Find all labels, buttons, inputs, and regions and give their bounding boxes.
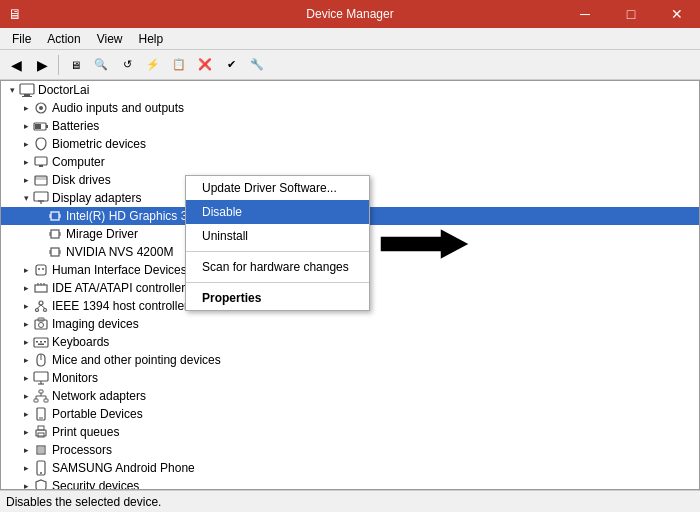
svg-rect-25 [51, 248, 59, 256]
keyboard-icon [33, 334, 49, 350]
svg-rect-30 [36, 265, 46, 275]
tree-item-label: Mice and other pointing devices [52, 353, 221, 367]
svg-rect-9 [39, 165, 43, 167]
toolbar-forward[interactable]: ▶ [30, 53, 54, 77]
toolbar-btn6[interactable]: ❌ [193, 53, 217, 77]
expand-arrow[interactable]: ▸ [19, 461, 33, 475]
tree-item-label: Monitors [52, 371, 98, 385]
toolbar-btn4[interactable]: ⚡ [141, 53, 165, 77]
minimize-button[interactable]: ─ [562, 0, 608, 28]
expand-arrow[interactable]: ▸ [19, 101, 33, 115]
title-bar-buttons: ─ □ ✕ [562, 0, 700, 28]
tree-item-imaging[interactable]: ▸Imaging devices [1, 315, 699, 333]
tree-item-batteries[interactable]: ▸Batteries [1, 117, 699, 135]
tree-item-audio[interactable]: ▸Audio inputs and outputs [1, 99, 699, 117]
disk-icon [33, 172, 49, 188]
imaging-icon [33, 316, 49, 332]
tree-item-portable[interactable]: ▸Portable Devices [1, 405, 699, 423]
title-bar: 🖥 Device Manager ─ □ ✕ [0, 0, 700, 28]
expand-arrow[interactable]: ▸ [19, 263, 33, 277]
chip-icon [47, 244, 63, 260]
tree-item-samsung[interactable]: ▸SAMSUNG Android Phone [1, 459, 699, 477]
expand-arrow[interactable]: ▸ [19, 335, 33, 349]
menu-help[interactable]: Help [131, 30, 172, 48]
toolbar-back[interactable]: ◀ [4, 53, 28, 77]
expand-arrow[interactable]: ▸ [19, 119, 33, 133]
svg-line-41 [41, 305, 45, 309]
svg-point-37 [39, 301, 43, 305]
toolbar-btn7[interactable]: ✔ [219, 53, 243, 77]
svg-line-40 [37, 305, 41, 309]
tree-item-processors[interactable]: ▸Processors [1, 441, 699, 459]
tree-item-label: Batteries [52, 119, 99, 133]
expand-arrow[interactable]: ▸ [19, 407, 33, 421]
expand-arrow[interactable]: ▸ [19, 317, 33, 331]
tree-item-monitors[interactable]: ▸Monitors [1, 369, 699, 387]
toolbar-btn8[interactable]: 🔧 [245, 53, 269, 77]
ctx-item-update[interactable]: Update Driver Software... [186, 176, 369, 200]
tree-item-label: DoctorLai [38, 83, 89, 97]
tree-item-keyboards[interactable]: ▸Keyboards [1, 333, 699, 351]
title-bar-left: 🖥 [8, 6, 22, 22]
tree-item-security[interactable]: ▸Security devices [1, 477, 699, 490]
toolbar: ◀ ▶ 🖥 🔍 ↺ ⚡ 📋 ❌ ✔ 🔧 [0, 50, 700, 80]
expand-arrow[interactable]: ▸ [19, 479, 33, 490]
tree-item-mice[interactable]: ▸Mice and other pointing devices [1, 351, 699, 369]
expand-arrow[interactable]: ▸ [19, 155, 33, 169]
ctx-item-disable[interactable]: Disable [186, 200, 369, 224]
expand-arrow[interactable]: ▸ [19, 371, 33, 385]
svg-rect-1 [24, 94, 30, 96]
cpu-icon [33, 442, 49, 458]
tree-item-label: Disk drives [52, 173, 111, 187]
svg-rect-0 [20, 84, 34, 94]
tree-item-label: SAMSUNG Android Phone [52, 461, 195, 475]
svg-rect-49 [38, 344, 44, 346]
tree-item-label: Print queues [52, 425, 119, 439]
svg-rect-8 [35, 157, 47, 165]
tree-item-label: Network adapters [52, 389, 146, 403]
context-menu: Update Driver Software...DisableUninstal… [185, 175, 370, 311]
toolbar-btn5[interactable]: 📋 [167, 53, 191, 77]
expand-arrow[interactable]: ▸ [19, 425, 33, 439]
svg-point-32 [42, 268, 44, 270]
menu-view[interactable]: View [89, 30, 131, 48]
tree-item-computer[interactable]: ▸Computer [1, 153, 699, 171]
tree-item-label: Imaging devices [52, 317, 139, 331]
toolbar-btn1[interactable]: 🖥 [63, 53, 87, 77]
expand-arrow[interactable]: ▾ [5, 83, 19, 97]
window-title: Device Manager [306, 7, 393, 21]
tree-item-label: Display adapters [52, 191, 141, 205]
computer2-icon [33, 154, 49, 170]
ctx-item-uninstall[interactable]: Uninstall [186, 224, 369, 248]
menu-file[interactable]: File [4, 30, 39, 48]
security-icon [33, 478, 49, 490]
expand-arrow[interactable]: ▾ [19, 191, 33, 205]
expand-arrow[interactable]: ▸ [19, 173, 33, 187]
svg-rect-2 [22, 96, 32, 97]
svg-point-39 [44, 309, 47, 312]
tree-item-print[interactable]: ▸Print queues [1, 423, 699, 441]
svg-rect-46 [36, 341, 38, 343]
tree-item-network[interactable]: ▸Network adapters [1, 387, 699, 405]
menu-action[interactable]: Action [39, 30, 88, 48]
svg-rect-15 [51, 212, 59, 220]
close-button[interactable]: ✕ [654, 0, 700, 28]
svg-rect-6 [46, 125, 48, 128]
tree-item-biometric[interactable]: ▸Biometric devices [1, 135, 699, 153]
toolbar-btn3[interactable]: ↺ [115, 53, 139, 77]
expand-arrow[interactable]: ▸ [19, 353, 33, 367]
expand-arrow[interactable]: ▸ [19, 281, 33, 295]
phone-icon [33, 460, 49, 476]
svg-rect-51 [34, 372, 48, 381]
tree-item-root[interactable]: ▾DoctorLai [1, 81, 699, 99]
ctx-item-properties[interactable]: Properties [186, 286, 369, 310]
svg-rect-12 [34, 192, 48, 201]
toolbar-btn2[interactable]: 🔍 [89, 53, 113, 77]
ctx-item-scan[interactable]: Scan for hardware changes [186, 255, 369, 279]
maximize-button[interactable]: □ [608, 0, 654, 28]
expand-arrow[interactable]: ▸ [19, 443, 33, 457]
expand-arrow[interactable]: ▸ [19, 389, 33, 403]
audio-icon [33, 100, 49, 116]
expand-arrow[interactable]: ▸ [19, 299, 33, 313]
expand-arrow[interactable]: ▸ [19, 137, 33, 151]
